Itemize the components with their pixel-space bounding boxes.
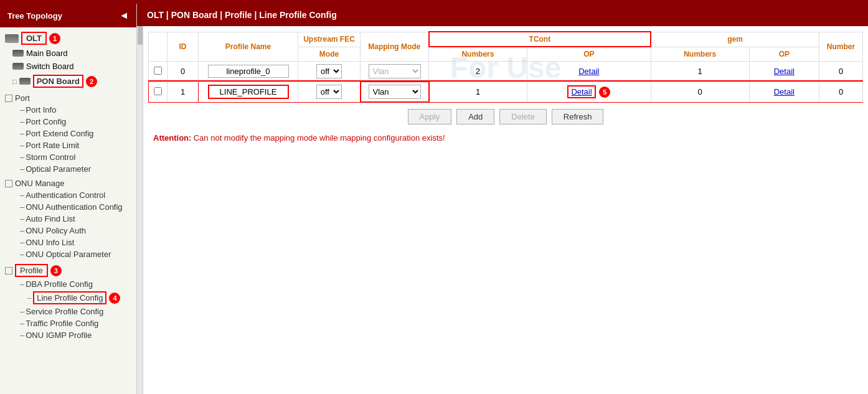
sidebar-item-onu-info[interactable]: ONU Info List	[0, 237, 136, 248]
row1-upstream-select[interactable]: off on	[316, 85, 342, 99]
port-extend-config-label: Port Extend Config	[26, 129, 93, 138]
olt-badge: 1	[49, 33, 60, 44]
row1-badge-5: 5	[599, 87, 610, 98]
pon-board-label: PON Board	[33, 75, 83, 88]
main-board-label: Main Board	[26, 49, 67, 58]
sidebar-item-auth-control[interactable]: Authentication Control	[0, 189, 136, 201]
th-gem: gem	[651, 32, 819, 47]
row0-tcont-op[interactable]: Detail	[527, 62, 651, 82]
row1-check-input[interactable]	[154, 87, 162, 95]
row0-mapping-select[interactable]: Vlan GEM Port None	[369, 64, 421, 78]
sidebar-item-auto-find[interactable]: Auto Find List	[0, 213, 136, 225]
sidebar-item-port-rate-limit[interactable]: Port Rate Limit	[0, 139, 136, 151]
sidebar-item-traffic-profile[interactable]: Traffic Profile Config	[0, 317, 136, 329]
sidebar-tree: OLT 1 Main Board Switch Board □ PON Boar…	[0, 27, 136, 394]
row1-checkbox[interactable]	[149, 82, 167, 102]
port-checkbox[interactable]	[5, 95, 12, 102]
th-upstream-mode: Mode	[298, 47, 361, 62]
port-rate-limit-label: Port Rate Limit	[26, 141, 79, 150]
pon-board-icon	[19, 78, 31, 85]
olt-icon	[5, 34, 19, 43]
table-wrapper: ID Profile Name Upstream FEC Mapping Mod…	[148, 31, 863, 103]
row1-gem-op[interactable]: Detail	[749, 82, 819, 102]
row1-profile-name[interactable]	[199, 82, 298, 102]
row1-detail-link[interactable]: Detail	[567, 85, 595, 98]
profile-section[interactable]: Profile 3	[0, 263, 136, 278]
line-profile-config-label: Line Profile Config	[33, 291, 106, 304]
row0-upstream[interactable]: off on	[298, 62, 361, 82]
refresh-button[interactable]: Refresh	[552, 109, 604, 124]
sidebar-item-line-profile[interactable]: – Line Profile Config 4	[0, 290, 136, 306]
sidebar-item-optical-parameter[interactable]: Optical Parameter	[0, 163, 136, 175]
row0-upstream-select[interactable]: off on	[316, 64, 342, 78]
apply-button[interactable]: Apply	[408, 109, 452, 124]
delete-button[interactable]: Delete	[499, 109, 547, 124]
attention-message: Can not modify the mapping mode while ma…	[194, 133, 445, 143]
row1-mapping-select[interactable]: Vlan GEM Port None	[369, 85, 421, 99]
onu-checkbox[interactable]	[5, 180, 12, 187]
row0-detail-link[interactable]: Detail	[578, 67, 599, 76]
row0-gem-op[interactable]: Detail	[749, 62, 819, 82]
tree-item-switch-board[interactable]: Switch Board	[0, 60, 136, 73]
row1-gem-detail-link[interactable]: Detail	[774, 87, 795, 96]
row0-id: 0	[167, 62, 199, 82]
sidebar-item-port-extend-config[interactable]: Port Extend Config	[0, 128, 136, 139]
row1-mapping[interactable]: Vlan GEM Port None	[361, 82, 429, 102]
onu-manage-section[interactable]: ONU Manage	[0, 177, 136, 189]
sidebar-item-port-info[interactable]: Port Info	[0, 104, 136, 116]
left-scrollbar	[137, 26, 143, 394]
olt-label: OLT	[21, 32, 47, 45]
sidebar-item-service-profile[interactable]: Service Profile Config	[0, 306, 136, 317]
switch-board-icon	[12, 63, 24, 70]
sidebar-item-onu-auth-config[interactable]: ONU Authentication Config	[0, 201, 136, 213]
button-row: Apply Add Delete Refresh	[148, 103, 863, 131]
sidebar-title: Tree Topology	[7, 11, 62, 21]
th-gem-numbers: Numbers	[651, 47, 749, 62]
storm-control-label: Storm Control	[26, 152, 75, 162]
tree-item-main-board[interactable]: Main Board	[0, 47, 136, 60]
switch-board-label: Switch Board	[26, 62, 74, 71]
sidebar-item-onu-optical[interactable]: ONU Optical Parameter	[0, 248, 136, 260]
content-inner: For Use ID Profile Name Upstream FEC Map…	[137, 26, 868, 394]
row1-bind: 0	[819, 82, 863, 102]
row1-upstream[interactable]: off on	[298, 82, 361, 102]
row0-profile-name[interactable]	[199, 62, 298, 82]
port-section-label: Port	[15, 93, 30, 103]
row0-bind: 0	[819, 62, 863, 82]
sidebar-toggle-icon[interactable]: ◄	[119, 10, 129, 21]
sidebar-item-dba-profile[interactable]: DBA Profile Config	[0, 278, 136, 290]
profile-badge: 3	[50, 265, 62, 276]
profile-checkbox[interactable]	[5, 267, 12, 274]
tree-item-olt[interactable]: OLT 1	[0, 30, 136, 47]
sidebar-item-onu-igmp[interactable]: ONU IGMP Profile	[0, 329, 136, 341]
sidebar-item-onu-policy[interactable]: ONU Policy Auth	[0, 225, 136, 237]
pon-badge: 2	[86, 76, 97, 87]
row0-gem-detail-link[interactable]: Detail	[774, 67, 795, 76]
row0-mapping[interactable]: Vlan GEM Port None	[361, 62, 429, 82]
table-area: For Use ID Profile Name Upstream FEC Map…	[148, 31, 863, 103]
row0-check-input[interactable]	[154, 67, 162, 75]
port-config-label: Port Config	[26, 117, 66, 126]
row1-tcont-op[interactable]: Detail 5	[527, 82, 651, 102]
row0-checkbox[interactable]	[149, 62, 167, 82]
th-gem-op: OP	[749, 47, 819, 62]
main-layout: Tree Topology ◄ OLT 1 Main Board Switch …	[0, 4, 868, 394]
th-profile-name: Profile Name	[199, 32, 298, 62]
th-upstream-fec: Upstream FEC	[298, 32, 361, 47]
port-info-label: Port Info	[26, 105, 56, 115]
sidebar-item-storm-control[interactable]: Storm Control	[0, 151, 136, 163]
port-section[interactable]: Port	[0, 92, 136, 104]
th-checkbox	[149, 32, 167, 62]
attention-row: Attention: Can not modify the mapping mo…	[148, 131, 863, 145]
add-button[interactable]: Add	[456, 109, 494, 124]
main-board-icon	[12, 50, 24, 57]
row1-tcont-num: 1	[429, 82, 527, 102]
sidebar-item-port-config[interactable]: Port Config	[0, 116, 136, 128]
profile-section-label: Profile	[15, 264, 48, 277]
row0-name-input[interactable]	[208, 65, 289, 78]
table-row: 0 off on	[149, 62, 863, 82]
tree-item-pon-board[interactable]: □ PON Board 2	[0, 73, 136, 90]
line-profile-badge: 4	[109, 293, 120, 304]
th-id: ID	[167, 32, 199, 62]
row1-name-input[interactable]	[208, 85, 289, 99]
